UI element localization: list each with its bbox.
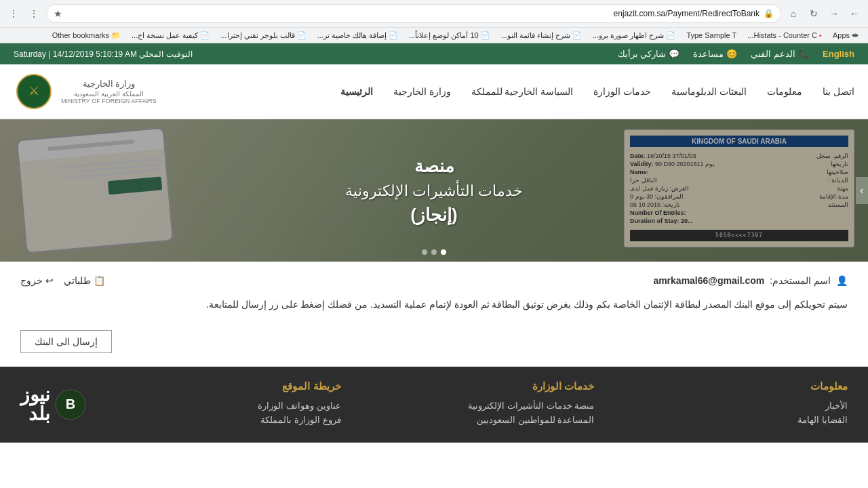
nav-services[interactable]: خدمات الوزارة: [593, 86, 651, 97]
slider-dots: [422, 249, 446, 255]
user-bar: 👤 اسم المستخدم: amrkamal66@gmail.com 📋 ط…: [20, 275, 848, 286]
footer-section-sitemap: خريطة الموقع عناوين وهواتف الوزارة فروع …: [87, 380, 341, 429]
send-to-bank-button[interactable]: إرسال الى البنك: [20, 330, 112, 353]
footer-sitemap-title: خريطة الموقع: [87, 380, 341, 392]
bookmark-apps[interactable]: ⇼ Apps: [829, 29, 863, 41]
bookmark-5-label: 10 أماكن لوضع إعلاناً...: [409, 31, 479, 40]
nav-contact[interactable]: اتصل بنا: [823, 86, 854, 97]
user-info: 👤 اسم المستخدم: amrkamal66@gmail.com: [653, 275, 848, 286]
site-navigation: اتصل بنا معلومات البعثات الدبلوماسية خدم…: [0, 64, 868, 119]
svg-text:B: B: [66, 396, 75, 411]
footer-link-contacts[interactable]: عناوين وهواتف الوزارة: [87, 401, 341, 411]
logout-link[interactable]: ↩ خروج: [20, 275, 54, 286]
footer-logo: B نيوز بلد: [20, 380, 87, 429]
nav-links: اتصل بنا معلومات البعثات الدبلوماسية خدم…: [340, 86, 854, 97]
footer-section-services: خدمات الوزارة منصة خدمات التأشيرات الإلك…: [341, 380, 595, 429]
bookmark-4[interactable]: 📄 شرح إنشاء فائمة النو...: [497, 30, 586, 41]
footer-info-title: معلومات: [594, 380, 848, 392]
bookmark-7-label: قالب بلوجر تقني إحترا...: [220, 31, 294, 40]
footer: معلومات الأخبار القضايا الهامة خدمات الو…: [0, 367, 868, 443]
technical-support-link[interactable]: 📞 الدعم الفني: [751, 49, 809, 59]
bookmark-histats[interactable]: ▪ Histats - Counter C...: [743, 30, 826, 41]
other-bookmarks[interactable]: 📁 Other bookmarks: [48, 30, 125, 41]
main-content: 👤 اسم المستخدم: amrkamal66@gmail.com 📋 ط…: [0, 262, 868, 367]
phone-icon: 📞: [798, 49, 809, 59]
payment-info-text: سيتم تحويلكم إلى موقع البنك المصدر لبطاق…: [20, 296, 848, 313]
bookmark-star-icon[interactable]: ★: [54, 8, 62, 19]
slider-dot-2[interactable]: [431, 249, 437, 255]
bookmark-5[interactable]: 📄 10 أماكن لوضع إعلاناً...: [405, 30, 494, 41]
histats-icon: ▪: [819, 31, 822, 39]
address-bar[interactable]: 🔒 enjazit.com.sa/Payment/RedirectToBank …: [46, 4, 781, 23]
hero-next-arrow[interactable]: ›: [856, 177, 868, 204]
doc-icon-5: 📄: [481, 31, 490, 40]
help-icon: 😊: [726, 49, 737, 59]
bookmark-6[interactable]: 📄 إضافة هالك خاصية تر...: [313, 30, 402, 41]
nav-info[interactable]: معلومات: [767, 86, 802, 97]
browser-toolbar: ← → ↻ ⌂ 🔒 enjazit.com.sa/Payment/Redirec…: [0, 0, 868, 27]
hero-title-line1: منصة: [345, 153, 523, 180]
bookmark-type-label: Type Sample: [686, 31, 730, 39]
saudi-emblem: ⚔: [16, 73, 53, 110]
datetime-text: التوقيت المحلي Saturday | 14/12/2019 5:1…: [14, 49, 193, 59]
reload-button[interactable]: ↻: [806, 5, 822, 22]
home-button[interactable]: ⌂: [785, 5, 802, 22]
footer-link-citizens[interactable]: المساعدة للمواطنين السعوديين: [341, 415, 595, 425]
user-icon: 👤: [836, 275, 848, 286]
top-bar-right: English 📞 الدعم الفني 😊 مساعدة 💬 شاركي ب…: [618, 49, 854, 59]
back-button[interactable]: ←: [846, 5, 863, 22]
nav-foreign-policy[interactable]: السياسة الخارجية للمملكة: [471, 86, 574, 97]
apps-icon: ⇼: [852, 30, 859, 40]
doc-icon-8: 📄: [200, 31, 210, 40]
footer-logo-icon: B: [54, 388, 87, 421]
hero-title-line2: خدمات التأشيرات الإلكترونية: [345, 180, 523, 202]
bookmark-6-label: إضافة هالك خاصية تر...: [317, 31, 387, 40]
share-opinion-link[interactable]: 💬 شاركي برأيك: [618, 49, 680, 59]
url-text: enjazit.com.sa/Payment/RedirectToBank: [66, 9, 760, 18]
list-icon: 📋: [94, 275, 105, 286]
help-link[interactable]: 😊 مساعدة: [693, 49, 737, 59]
bookmark-3[interactable]: 📄 شرح اظهار صورة برو...: [589, 30, 679, 41]
type-icon: T: [732, 31, 737, 39]
slider-dot-1[interactable]: [441, 249, 446, 255]
doc-icon-3: 📄: [666, 31, 675, 40]
lock-icon: 🔒: [764, 9, 774, 18]
menu-button[interactable]: ⋮: [5, 5, 22, 22]
user-label: اسم المستخدم:: [770, 275, 831, 286]
bookmark-4-label: شرح إنشاء فائمة النو...: [501, 31, 570, 40]
nav-home[interactable]: الرئيسية: [340, 86, 373, 97]
button-container: إرسال الى البنك: [20, 323, 848, 353]
doc-icon-6: 📄: [389, 31, 398, 40]
hero-section: KINGDOM OF SAUDI ARABIA Date: 16/10/15 3…: [0, 119, 868, 262]
bookmark-8[interactable]: 📄 كيفية عمل نسخة اح...: [127, 30, 214, 41]
hero-text: منصة خدمات التأشيرات الإلكترونية (إنجاز): [345, 153, 523, 228]
footer-section-info: معلومات الأخبار القضايا الهامة: [594, 380, 848, 429]
nav-diplomatic[interactable]: البعثات الدبلوماسية: [671, 86, 747, 97]
doc-icon-7: 📄: [297, 31, 307, 40]
slider-dot-3[interactable]: [422, 249, 427, 255]
browser-chrome: ← → ↻ ⌂ 🔒 enjazit.com.sa/Payment/Redirec…: [0, 0, 868, 43]
doc-icon-4: 📄: [572, 31, 582, 40]
bookmark-8-label: كيفية عمل نسخة اح...: [132, 31, 198, 40]
extensions-button[interactable]: ⋮: [26, 5, 42, 22]
bookmarks-bar: ⇼ Apps ▪ Histats - Counter C... T Type S…: [0, 27, 868, 43]
my-requests-link[interactable]: 📋 طلباتي: [64, 275, 105, 286]
user-actions: 📋 طلباتي ↩ خروج: [20, 275, 105, 286]
top-bar-left: التوقيت المحلي Saturday | 14/12/2019 5:1…: [14, 49, 193, 59]
forward-button[interactable]: →: [826, 5, 842, 22]
footer-link-news[interactable]: الأخبار: [594, 401, 848, 411]
other-bookmarks-label: Other bookmarks: [52, 31, 109, 39]
bookmark-histats-label: Histats - Counter C...: [747, 31, 817, 39]
footer-link-platform[interactable]: منصة خدمات التأشيرات الإلكترونية: [341, 401, 595, 411]
folder-icon: 📁: [111, 31, 121, 40]
bookmark-7[interactable]: 📄 قالب بلوجر تقني إحترا...: [216, 30, 310, 41]
logout-icon: ↩: [45, 275, 54, 286]
bookmark-type-sample[interactable]: T Type Sample: [682, 30, 741, 41]
bookmark-3-label: شرح اظهار صورة برو...: [593, 31, 664, 40]
footer-link-issues[interactable]: القضايا الهامة: [594, 415, 848, 425]
svg-text:⚔: ⚔: [28, 84, 39, 98]
english-link[interactable]: English: [823, 49, 854, 59]
bookmark-apps-label: Apps: [833, 31, 850, 39]
nav-foreign-ministry[interactable]: وزارة الخارجية: [393, 86, 451, 97]
footer-link-branches[interactable]: فروع الوزارة بالمملكة: [87, 415, 341, 425]
